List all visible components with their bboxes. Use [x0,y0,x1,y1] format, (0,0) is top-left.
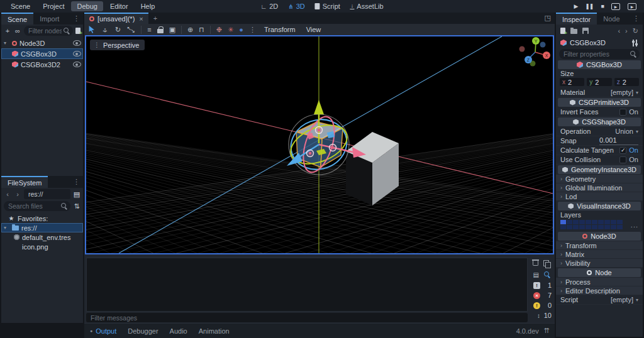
mode-assetlib-button[interactable]: ↓ AssetLib [350,3,384,10]
file-row-icon-png[interactable]: icon.png [1,242,83,251]
view-menu[interactable]: View [304,26,324,33]
invert-faces-checkbox[interactable] [619,109,626,116]
layers-more-button[interactable]: ... [631,221,638,229]
close-tab-icon[interactable]: × [139,15,143,23]
group-geometry[interactable]: › Geometry [556,175,643,183]
group-selected-icon[interactable]: ▣ [169,26,175,34]
layer-cell[interactable] [617,225,623,229]
tab-scene[interactable]: Scene [1,13,33,25]
filter-messages-input[interactable] [86,313,528,322]
inspector-menu-icon[interactable]: ⋮ [630,13,643,25]
visibility-toggle-icon[interactable] [73,40,81,46]
favorites-row[interactable]: ★ Favorites: [1,214,83,223]
group-process[interactable]: › Process [556,278,643,286]
instantiate-scene-icon[interactable]: ∞ [14,27,21,35]
layers-grid[interactable] [560,220,623,229]
save-resource-icon[interactable] [582,28,589,34]
size-y-field[interactable]: y 2 [587,78,611,86]
use-local-space-icon[interactable]: ⊕ [187,26,193,34]
preview-environment-icon[interactable]: ● [239,26,243,33]
tree-row-csgbox3d2[interactable]: CSGBox3D2 [1,59,83,70]
snap-value-field[interactable]: 0.001 [599,136,638,145]
bottom-tab-output[interactable]: ● Output [84,324,122,338]
tree-row-node3d[interactable]: ▾ Node3D [1,38,83,48]
scene-tab-unsaved[interactable]: [unsaved](*) × [84,13,148,24]
viewport-3d[interactable]: ⋮ Perspective [85,35,554,254]
layer-cell[interactable] [573,225,579,229]
move-mode-icon[interactable]: ↔ ↕ [101,25,109,34]
category-node3d[interactable]: Node3D [558,232,641,241]
new-tab-button[interactable]: + [148,13,162,24]
category-csgprimitive3d[interactable]: CSGPrimitive3D [558,98,641,107]
path-input[interactable] [24,189,70,199]
collapse-caret-icon[interactable]: ▾ [4,40,9,46]
rotate-mode-icon[interactable]: ↻ [115,26,121,34]
visibility-toggle-icon[interactable] [73,51,81,57]
bottom-tab-audio[interactable]: Audio [164,324,193,338]
search-output-icon[interactable] [544,271,550,278]
filesystem-menu-icon[interactable]: ⋮ [70,176,83,188]
file-row-default-env[interactable]: default_env.tres [1,232,83,242]
transform-menu[interactable]: Transform [262,26,298,33]
output-log-area[interactable] [86,258,528,312]
res-root-row[interactable]: ▾ res:// [1,223,83,232]
scene-dock-menu-icon[interactable]: ⋮ [70,13,83,25]
pause-button[interactable]: ❚❚ [585,3,593,9]
operation-dropdown[interactable]: Union ▾ [615,128,638,135]
layer-cell[interactable] [617,220,623,224]
menu-project[interactable]: Project [37,1,70,11]
group-matrix[interactable]: › Matrix [556,250,643,259]
sort-files-icon[interactable]: ⇅ [73,202,80,210]
mode-2d-button[interactable]: ∟ 2D [260,3,278,10]
layer-cell[interactable] [592,220,597,224]
mode-3d-button[interactable]: ⋔ 3D [288,3,304,10]
tab-node[interactable]: Node [597,13,626,25]
tree-row-csgbox3d[interactable]: CSGBox3D [1,48,83,59]
layer-cell[interactable] [567,225,572,229]
scale-mode-icon[interactable]: ↖ ↘ [126,25,135,34]
group-visibility[interactable]: › Visibility [556,259,643,268]
group-global-illumination[interactable]: › Global Illumination [556,183,643,192]
nav-forward-icon[interactable]: › [14,190,21,198]
extra-tools-icon[interactable] [631,40,638,46]
load-resource-icon[interactable] [570,29,577,34]
layer-cell[interactable] [604,225,610,229]
history-back-icon[interactable]: ‹ [618,27,620,35]
layer-cell[interactable] [592,225,597,229]
group-editor-description[interactable]: › Editor Description [556,286,643,295]
clear-output-icon[interactable] [533,261,538,266]
view-axes-nav-gizmo[interactable]: Y X Z [519,37,551,67]
mode-script-button[interactable]: Script [315,3,340,10]
layer-cell[interactable] [611,225,616,229]
category-csgshape3d[interactable]: CSGShape3D [558,117,641,126]
copy-output-icon[interactable] [543,260,550,267]
tab-inspector[interactable]: Inspector [556,13,597,25]
perspective-button[interactable]: ⋮ Perspective [90,40,145,50]
category-node[interactable]: Node [558,268,641,277]
size-z-field[interactable]: z 2 [614,78,639,86]
material-dropdown[interactable]: [empty] ▾ [611,89,638,96]
play-custom-scene-button[interactable]: ▶ [628,3,636,10]
selection-list-icon[interactable]: ≡ [147,26,151,33]
history-forward-icon[interactable]: › [625,27,628,35]
expand-viewport-icon[interactable]: ◳ [545,14,551,22]
layer-cell[interactable] [586,225,591,229]
menu-help[interactable]: Help [135,1,161,11]
preview-sunlight-icon[interactable]: ✳ [228,26,233,34]
layer-cell[interactable] [579,225,585,229]
toggle-split-mode-icon[interactable]: ▤ [73,190,80,199]
play-scene-button[interactable]: ▶ [611,3,620,10]
tab-filesystem[interactable]: FileSystem [1,176,48,188]
group-transform[interactable]: › Transform [556,241,643,250]
bottom-tab-animation[interactable]: Animation [193,324,235,338]
message-count-toggle[interactable]: ! 1 [528,280,553,290]
menu-editor[interactable]: Editor [104,1,134,11]
camera-preview-icon[interactable]: ❉ [216,26,222,34]
layer-cell[interactable] [567,220,572,224]
layer-cell[interactable] [611,220,616,224]
use-snap-icon[interactable]: ⊓ [199,26,204,34]
bottom-tab-debugger[interactable]: Debugger [122,324,164,338]
layer-cell[interactable] [598,225,604,229]
tab-import[interactable]: Import [33,13,65,25]
new-resource-icon[interactable] [560,28,565,34]
